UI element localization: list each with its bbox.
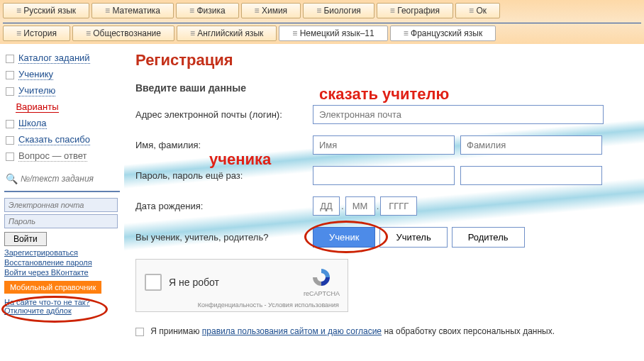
tab-english[interactable]: Английский язык	[177, 26, 277, 41]
vk-login-link[interactable]: Войти через ВКонтакте	[4, 267, 120, 277]
restore-password-link[interactable]: Восстановление пароля	[4, 257, 120, 267]
recaptcha-label: Я не робот	[169, 277, 304, 288]
firstname-input[interactable]	[313, 135, 455, 155]
recaptcha-logo: reCAPTCHA	[304, 267, 339, 297]
sidebar-item-variants[interactable]: Варианты	[4, 99, 120, 115]
password-confirm-input[interactable]	[460, 166, 602, 185]
search-input[interactable]	[21, 174, 113, 184]
tab-more[interactable]: Ок	[455, 3, 500, 18]
login-button[interactable]: Войти	[4, 232, 47, 246]
tab-chemistry[interactable]: Химия	[241, 3, 301, 18]
login-email-input[interactable]	[4, 198, 118, 212]
search-icon: 🔍	[6, 173, 18, 184]
recaptcha-checkbox[interactable]	[145, 274, 162, 291]
search-box: 🔍	[4, 171, 120, 187]
login-password-input[interactable]	[4, 214, 118, 228]
recaptcha-terms: Конфиденциальность - Условия использован…	[145, 301, 339, 309]
email-label: Адрес электронной почты (логин):	[135, 109, 313, 120]
page-title: Регистрация	[135, 51, 633, 70]
consent-link[interactable]: правила пользования сайтом и даю согласи…	[202, 326, 382, 336]
role-parent-button[interactable]: Родитель	[452, 227, 525, 248]
sidebar-item-school[interactable]: Школа	[4, 115, 120, 131]
sidebar-item-catalog[interactable]: Каталог заданий	[4, 50, 120, 66]
consent-row[interactable]: Я принимаю правила пользования сайтом и …	[135, 326, 633, 336]
lastname-input[interactable]	[460, 135, 602, 155]
site-issue-link[interactable]: На сайте что-то не так?	[4, 298, 120, 306]
tab-german[interactable]: Немецкий язык–11	[279, 26, 387, 41]
tab-french[interactable]: Французский язык	[390, 26, 496, 41]
sidebar-item-thanks[interactable]: Сказать спасибо	[4, 131, 120, 148]
sidebar: Каталог заданий Ученику Учителю Варианты…	[0, 44, 124, 343]
register-link[interactable]: Зарегистрироваться	[4, 248, 120, 257]
password-label: Пароль, пароль ещё раз:	[135, 170, 313, 181]
password-input[interactable]	[313, 166, 455, 185]
role-teacher-button[interactable]: Учитель	[379, 227, 447, 248]
sidebar-item-teacher[interactable]: Учителю	[4, 82, 120, 99]
dob-label: Дата рождения:	[135, 201, 313, 211]
tab-geography[interactable]: География	[377, 3, 453, 18]
tab-physics[interactable]: Физика	[176, 3, 239, 18]
content-area: Регистрация Введите ваши данные сказать …	[124, 44, 644, 343]
tab-math[interactable]: Математика	[91, 3, 174, 18]
top-subject-tabs: Русский язык Математика Физика Химия Био…	[0, 0, 644, 44]
login-box: Войти Зарегистрироваться Восстановление …	[4, 198, 120, 277]
tab-biology[interactable]: Биология	[303, 3, 374, 18]
mobile-reference-button[interactable]: Мобильный справочник	[4, 281, 101, 294]
tab-history[interactable]: История	[3, 26, 70, 41]
name-label: Имя, фамилия:	[135, 140, 313, 150]
role-label: Вы ученик, учитель, родитель?	[135, 232, 313, 243]
dob-month-input[interactable]	[345, 196, 375, 216]
role-student-button[interactable]: Ученик	[313, 227, 375, 248]
recaptcha-widget: Я не робот reCAPTCHA Конфиденциальность …	[135, 259, 348, 312]
sidebar-item-qa[interactable]: Вопрос — ответ	[4, 148, 120, 164]
tab-social[interactable]: Обществознание	[72, 26, 174, 41]
dob-day-input[interactable]	[313, 196, 340, 216]
tab-russian[interactable]: Русский язык	[3, 3, 89, 18]
page-subtitle: Введите ваши данные	[135, 82, 633, 94]
email-input[interactable]	[313, 105, 604, 124]
dob-year-input[interactable]	[380, 196, 417, 216]
adblock-link[interactable]: Отключите адблок	[4, 306, 120, 315]
sidebar-item-student[interactable]: Ученику	[4, 66, 120, 82]
